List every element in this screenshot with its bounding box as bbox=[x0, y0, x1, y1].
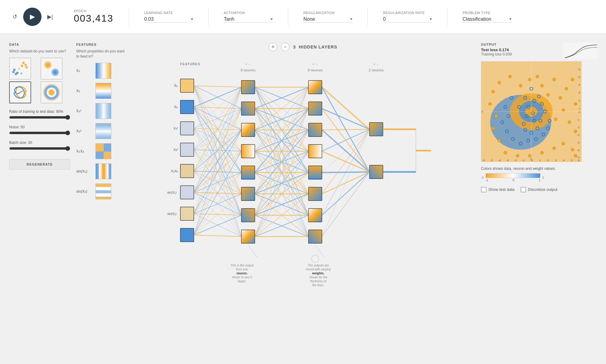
show-test-data-checkbox-box[interactable] bbox=[481, 187, 486, 192]
dataset-grid bbox=[9, 58, 70, 103]
svg-line-212 bbox=[248, 245, 257, 257]
output-title: OUTPUT bbox=[481, 43, 512, 46]
feature-x1sq-label: X₁² bbox=[76, 109, 93, 113]
layer2-neuron-3[interactable] bbox=[309, 123, 322, 137]
problem-type-select[interactable]: Classification Regression bbox=[463, 16, 511, 23]
layer1-neuron-3[interactable] bbox=[242, 123, 255, 137]
layer2-neuron-7[interactable] bbox=[309, 209, 322, 222]
svg-point-18 bbox=[23, 96, 25, 98]
regularization-select[interactable]: None L1 L2 bbox=[303, 16, 352, 23]
feature-x1-label: X₁ bbox=[76, 69, 93, 73]
feature-sinx2-thumbnail[interactable] bbox=[95, 184, 111, 199]
color-min: -1 bbox=[486, 179, 488, 182]
network-svg: FEATURES + − 8 neurons + − 8 neurons + −… bbox=[131, 56, 475, 294]
svg-rect-27 bbox=[96, 103, 111, 119]
svg-line-205 bbox=[322, 172, 370, 194]
svg-text:-4: -4 bbox=[498, 159, 501, 162]
layer3-neuron-1[interactable] bbox=[370, 123, 383, 136]
output-plot-svg: 0 0 6 5 4 3 2 1 0 -1 -2 -3 -4 -5 -6 -6 -… bbox=[481, 61, 582, 162]
svg-text:2: 2 bbox=[579, 99, 580, 102]
feature-sinx2: sin(X₂) bbox=[76, 184, 125, 199]
layer1-neuron-1[interactable] bbox=[242, 80, 255, 94]
dataset-item-spiral[interactable] bbox=[9, 81, 31, 103]
svg-text:2 neurons: 2 neurons bbox=[369, 68, 384, 72]
svg-point-15 bbox=[53, 70, 57, 74]
svg-text:-1: -1 bbox=[577, 118, 579, 121]
layer1-neuron-7[interactable] bbox=[242, 209, 255, 222]
svg-point-258 bbox=[562, 142, 565, 145]
layer2-neuron-5[interactable] bbox=[309, 166, 322, 179]
batch-slider[interactable] bbox=[9, 146, 70, 151]
epoch-label: Epoch bbox=[74, 9, 113, 13]
test-loss: Test loss 0.174 bbox=[481, 48, 512, 52]
svg-point-225 bbox=[312, 255, 319, 262]
reset-button[interactable]: ↺ bbox=[9, 11, 20, 22]
svg-point-247 bbox=[498, 81, 501, 84]
feature-x1x2-thumbnail[interactable] bbox=[95, 143, 111, 159]
reg-rate-group: Regularization rate 0 0.001 0.003 0.01 0… bbox=[383, 11, 432, 23]
playback-controls: ↺ ▶ ▶| bbox=[9, 8, 56, 26]
layer1-neuron-8[interactable] bbox=[242, 230, 255, 243]
add-layer-button[interactable]: + bbox=[269, 43, 277, 51]
discretize-output-checkbox[interactable]: Discretize output bbox=[521, 187, 558, 192]
remove-layer-button[interactable]: − bbox=[281, 43, 289, 51]
discretize-checkbox-box[interactable] bbox=[521, 187, 526, 192]
network-panel: + − 3 HIDDEN LAYERS bbox=[131, 43, 475, 355]
step-button[interactable]: ▶| bbox=[45, 11, 56, 22]
dataset-item-blobs[interactable] bbox=[41, 58, 63, 80]
layer1-neuron-5[interactable] bbox=[242, 166, 255, 179]
color-max: 1 bbox=[539, 179, 540, 182]
layer2-neuron-2[interactable] bbox=[309, 102, 322, 115]
dataset-item-ring[interactable] bbox=[41, 81, 63, 103]
show-test-data-checkbox[interactable]: Show test data bbox=[481, 187, 515, 192]
feature-x2sq-thumbnail[interactable] bbox=[95, 123, 111, 139]
layer2-neuron-6[interactable] bbox=[309, 187, 322, 201]
layer2-neuron-4[interactable] bbox=[309, 145, 322, 158]
ratio-label: Ratio of training to test data: 90% bbox=[9, 109, 70, 114]
svg-rect-49 bbox=[181, 79, 194, 92]
feature-x1sq-thumbnail[interactable] bbox=[95, 103, 111, 119]
noise-slider[interactable] bbox=[9, 130, 70, 135]
dataset-item-scatter[interactable] bbox=[9, 58, 31, 80]
batch-group: Batch size: 30 bbox=[9, 141, 70, 152]
feature-x2sq: X₂² bbox=[76, 123, 125, 139]
feature-x2-label: X₂ bbox=[76, 89, 93, 93]
activation-select[interactable]: ReLU Tanh Sigmoid Linear bbox=[224, 16, 273, 23]
svg-point-242 bbox=[568, 121, 571, 124]
svg-line-64 bbox=[194, 86, 242, 87]
feature-x1-thumbnail[interactable] bbox=[95, 63, 111, 79]
layer1-neuron-6[interactable] bbox=[242, 187, 255, 201]
svg-text:3: 3 bbox=[579, 91, 580, 94]
layer2-neuron-8[interactable] bbox=[309, 230, 322, 243]
svg-rect-37 bbox=[96, 184, 111, 187]
svg-text:-1: -1 bbox=[522, 159, 525, 162]
svg-text:X₂²: X₂² bbox=[174, 148, 178, 152]
layer1-neuron-2[interactable] bbox=[242, 102, 255, 115]
layer1-neuron-4[interactable] bbox=[242, 145, 255, 158]
svg-line-122 bbox=[194, 130, 242, 235]
feature-sinx1-thumbnail[interactable] bbox=[95, 163, 111, 179]
training-loss: Training loss 0.039 bbox=[481, 52, 512, 56]
svg-text:shown by the: shown by the bbox=[309, 276, 327, 279]
divider4 bbox=[368, 8, 368, 26]
layer3-neuron-2[interactable] bbox=[370, 165, 383, 179]
reg-rate-select[interactable]: 0 0.001 0.003 0.01 0.03 0.1 0.3 1 3 10 bbox=[383, 16, 432, 23]
play-button[interactable]: ▶ bbox=[23, 8, 41, 26]
svg-text:sin(X₂): sin(X₂) bbox=[167, 212, 176, 216]
feature-x2-thumbnail[interactable] bbox=[95, 83, 111, 99]
svg-text:-4: -4 bbox=[577, 141, 579, 144]
svg-text:X₁: X₁ bbox=[174, 84, 178, 88]
svg-rect-51 bbox=[181, 122, 194, 135]
svg-rect-41 bbox=[96, 193, 111, 197]
svg-point-14 bbox=[46, 63, 50, 67]
svg-point-8 bbox=[16, 72, 19, 74]
regularization-group: Regularization None L1 L2 bbox=[303, 11, 352, 23]
layer2-neuron-1[interactable] bbox=[309, 80, 322, 94]
svg-point-7 bbox=[13, 69, 16, 71]
learning-rate-select[interactable]: 0.00001 0.0001 0.001 0.003 0.03 0.1 0.3 … bbox=[144, 16, 193, 23]
regenerate-button[interactable]: REGENERATE bbox=[9, 159, 70, 170]
data-title: DATA bbox=[9, 43, 70, 46]
ratio-slider[interactable] bbox=[9, 115, 70, 120]
svg-point-4 bbox=[25, 66, 28, 69]
learning-rate-group: Learning rate 0.00001 0.0001 0.001 0.003… bbox=[144, 11, 193, 23]
